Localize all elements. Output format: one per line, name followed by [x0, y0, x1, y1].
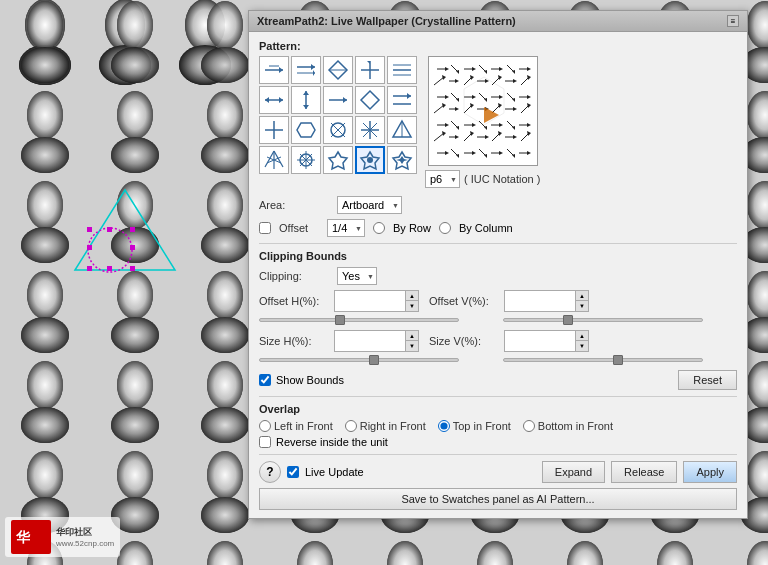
offset-v-slider-group: [503, 316, 737, 324]
pattern-cell-13[interactable]: [323, 116, 353, 144]
by-column-radio[interactable]: [439, 222, 451, 234]
clipping-row: Clipping: Yes No: [259, 267, 737, 285]
offset-v-label: Offset V(%):: [429, 295, 499, 307]
show-bounds-checkbox[interactable]: [259, 374, 271, 386]
area-select-wrapper[interactable]: Artboard: [337, 196, 402, 214]
left-front-radio[interactable]: [259, 420, 271, 432]
offset-v-down[interactable]: ▼: [576, 301, 588, 311]
area-select[interactable]: Artboard: [337, 196, 402, 214]
notation-select[interactable]: p6: [425, 170, 460, 188]
clipping-label: Clipping:: [259, 270, 329, 282]
pattern-cell-15[interactable]: [387, 116, 417, 144]
svg-marker-51: [361, 91, 379, 109]
release-button[interactable]: Release: [611, 461, 677, 483]
offset-h-slider-track[interactable]: [259, 318, 459, 322]
svg-rect-24: [107, 227, 112, 232]
pattern-cell-18[interactable]: [323, 146, 353, 174]
size-v-pair: Size V(%): 62 ▲ ▼: [429, 330, 589, 352]
left-front-label: Left in Front: [274, 420, 333, 432]
pattern-cell-2[interactable]: [291, 56, 321, 84]
save-swatches-button[interactable]: Save to Swatches panel as AI Pattern...: [259, 488, 737, 510]
offset-select-wrapper[interactable]: 1/4: [327, 219, 365, 237]
area-row: Area: Artboard: [259, 196, 737, 214]
pattern-cell-17[interactable]: [291, 146, 321, 174]
reverse-row: Reverse inside the unit: [259, 436, 737, 448]
pattern-cell-12[interactable]: [291, 116, 321, 144]
clipping-select[interactable]: Yes No: [337, 267, 377, 285]
right-front-radio[interactable]: [345, 420, 357, 432]
pattern-cell-7[interactable]: [291, 86, 321, 114]
size-v-up[interactable]: ▲: [576, 331, 588, 341]
offset-h-input[interactable]: -10: [335, 291, 405, 311]
clipping-select-wrapper[interactable]: Yes No: [337, 267, 377, 285]
size-v-input-group: 62 ▲ ▼: [504, 330, 589, 352]
pattern-cell-14[interactable]: [355, 116, 385, 144]
bottom-front-radio[interactable]: [523, 420, 535, 432]
pattern-cell-9[interactable]: [355, 86, 385, 114]
offset-h-up[interactable]: ▲: [406, 291, 418, 301]
offset-select[interactable]: 1/4: [327, 219, 365, 237]
help-button[interactable]: ?: [259, 461, 281, 483]
notation-select-wrapper[interactable]: p6: [425, 170, 460, 188]
reverse-checkbox[interactable]: [259, 436, 271, 448]
size-h-spin: ▲ ▼: [405, 331, 418, 351]
size-v-slider-thumb[interactable]: [613, 355, 623, 365]
brand-name: 华印社区: [56, 526, 114, 539]
top-front-radio[interactable]: [438, 420, 450, 432]
offset-checkbox[interactable]: [259, 222, 271, 234]
offset-v-up[interactable]: ▲: [576, 291, 588, 301]
size-v-down[interactable]: ▼: [576, 341, 588, 351]
save-row: Save to Swatches panel as AI Pattern...: [259, 488, 737, 510]
size-h-slider-group: [259, 356, 493, 364]
size-h-input-group: 62 ▲ ▼: [334, 330, 419, 352]
show-bounds-check-group: Show Bounds: [259, 374, 344, 386]
pattern-cell-8[interactable]: [323, 86, 353, 114]
offset-h-slider-group: [259, 316, 493, 324]
notation-label: ( IUC Notation ): [464, 173, 540, 185]
size-h-up[interactable]: ▲: [406, 331, 418, 341]
offset-v-slider-track[interactable]: [503, 318, 703, 322]
pattern-cell-6[interactable]: [259, 86, 289, 114]
bottom-front-label: Bottom in Front: [538, 420, 613, 432]
size-v-label: Size V(%):: [429, 335, 499, 347]
pattern-cell-3[interactable]: [323, 56, 353, 84]
pattern-preview: p6 ( IUC Notation ): [425, 56, 540, 188]
offset-h-slider-thumb[interactable]: [335, 315, 345, 325]
show-bounds-label: Show Bounds: [276, 374, 344, 386]
size-h-down[interactable]: ▼: [406, 341, 418, 351]
size-h-input[interactable]: 62: [335, 331, 405, 351]
size-v-slider-track[interactable]: [503, 358, 703, 362]
reset-button[interactable]: Reset: [678, 370, 737, 390]
apply-button[interactable]: Apply: [683, 461, 737, 483]
svg-rect-25: [107, 266, 112, 271]
offset-h-down[interactable]: ▼: [406, 301, 418, 311]
svg-marker-34: [313, 70, 315, 76]
pattern-cell-4[interactable]: [355, 56, 385, 84]
expand-button[interactable]: Expand: [542, 461, 605, 483]
by-row-radio[interactable]: [373, 222, 385, 234]
size-hv-row: Size H(%): 62 ▲ ▼ Size V(%): 62 ▲ ▼: [259, 330, 737, 352]
svg-rect-23: [130, 266, 135, 271]
pattern-cell-16[interactable]: [259, 146, 289, 174]
size-v-input[interactable]: 62: [505, 331, 575, 351]
pattern-cell-5[interactable]: [387, 56, 417, 84]
live-update-checkbox[interactable]: [287, 466, 299, 478]
pattern-cell-11[interactable]: [259, 116, 289, 144]
pattern-cell-20[interactable]: [387, 146, 417, 174]
notation-row: p6 ( IUC Notation ): [425, 170, 540, 188]
panel-menu-btn[interactable]: ≡: [727, 15, 739, 27]
pattern-cell-1[interactable]: [259, 56, 289, 84]
svg-marker-54: [407, 93, 411, 99]
size-h-slider-thumb[interactable]: [369, 355, 379, 365]
offset-v-slider-thumb[interactable]: [563, 315, 573, 325]
panel-body: Pattern:: [249, 32, 747, 518]
pattern-cell-10[interactable]: [387, 86, 417, 114]
offset-v-input[interactable]: -16: [505, 291, 575, 311]
left-front-item: Left in Front: [259, 420, 333, 432]
offset-h-spin: ▲ ▼: [405, 291, 418, 311]
by-column-label: By Column: [459, 222, 513, 234]
panel-title: XtreamPath2: Live Wallpaper (Crystalline…: [257, 15, 516, 27]
svg-rect-83: [429, 57, 538, 166]
pattern-cell-19[interactable]: [355, 146, 385, 174]
size-h-slider-track[interactable]: [259, 358, 459, 362]
